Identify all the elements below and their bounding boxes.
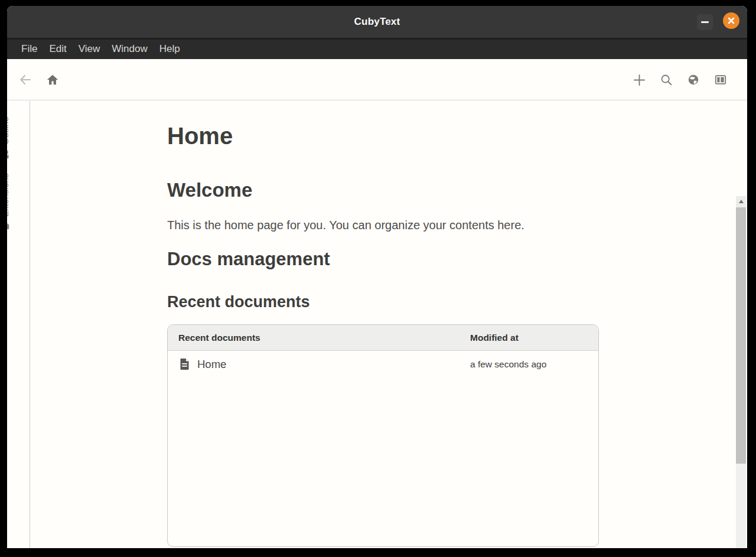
menu-file[interactable]: File bbox=[21, 43, 37, 55]
column-header-modified-at: Modified at bbox=[470, 333, 598, 343]
toolbar-right-group bbox=[628, 69, 731, 90]
intro-paragraph[interactable]: This is the home page for you. You can o… bbox=[167, 219, 524, 232]
sidebar-tab-outline[interactable]: Outline bbox=[7, 116, 11, 159]
window-body: Outline Extensions Home Welcome This is … bbox=[7, 101, 747, 548]
home-button[interactable] bbox=[42, 69, 63, 90]
menu-view[interactable]: View bbox=[79, 43, 100, 55]
sidebar-tab-label: Outline bbox=[7, 116, 10, 145]
window-title: CubyText bbox=[7, 6, 747, 38]
recent-documents-card: Recent documents Modified at Home bbox=[167, 324, 599, 547]
toolbar-left-group bbox=[15, 69, 63, 90]
left-tab-strip: Outline Extensions bbox=[7, 101, 30, 548]
globe-icon bbox=[687, 73, 700, 86]
scroll-up-arrow-icon bbox=[739, 200, 744, 203]
editor-area: Home Welcome This is the home page for y… bbox=[30, 101, 747, 548]
minimize-button[interactable] bbox=[697, 14, 713, 30]
close-button[interactable] bbox=[723, 12, 739, 29]
close-icon bbox=[728, 17, 735, 24]
menu-window[interactable]: Window bbox=[112, 43, 147, 55]
document-cell: Home bbox=[168, 358, 470, 371]
menu-edit[interactable]: Edit bbox=[49, 43, 66, 55]
menu-bar: File Edit View Window Help bbox=[7, 38, 747, 59]
menu-help[interactable]: Help bbox=[159, 43, 180, 55]
document-icon bbox=[180, 358, 190, 370]
new-page-button[interactable] bbox=[628, 69, 650, 90]
graph-button[interactable] bbox=[683, 69, 704, 90]
column-header-recent-documents: Recent documents bbox=[168, 333, 470, 343]
docs-management-heading[interactable]: Docs management bbox=[167, 249, 330, 270]
vertical-scrollbar[interactable] bbox=[736, 196, 746, 548]
recent-documents-heading[interactable]: Recent documents bbox=[167, 293, 310, 311]
minimize-icon bbox=[701, 21, 709, 23]
document-title: Home bbox=[197, 358, 226, 371]
plus-icon bbox=[633, 73, 646, 87]
scrollbar-up-button[interactable] bbox=[736, 196, 746, 207]
titlebar: CubyText bbox=[7, 6, 747, 38]
back-arrow-icon bbox=[18, 73, 32, 87]
back-button[interactable] bbox=[15, 69, 36, 90]
split-view-icon bbox=[714, 73, 727, 86]
split-view-button[interactable] bbox=[710, 69, 731, 90]
page-title[interactable]: Home bbox=[167, 122, 233, 149]
modified-at-cell: a few seconds ago bbox=[470, 359, 598, 370]
app-window: CubyText File Edit View Window Help bbox=[7, 6, 747, 548]
welcome-heading[interactable]: Welcome bbox=[167, 179, 252, 201]
puzzle-icon bbox=[7, 222, 9, 231]
table-header-row: Recent documents Modified at bbox=[168, 325, 598, 351]
home-icon bbox=[46, 73, 59, 86]
scrollbar-thumb[interactable] bbox=[736, 207, 746, 464]
search-button[interactable] bbox=[656, 69, 677, 90]
screenshot-stage: CubyText File Edit View Window Help bbox=[0, 0, 756, 557]
sidebar-tab-extensions[interactable]: Extensions bbox=[7, 174, 11, 231]
sidebar-tab-label: Extensions bbox=[7, 174, 10, 217]
table-row[interactable]: Home a few seconds ago bbox=[168, 351, 598, 377]
search-icon bbox=[660, 73, 673, 86]
outline-tree-icon bbox=[7, 150, 9, 159]
toolbar bbox=[7, 59, 747, 100]
